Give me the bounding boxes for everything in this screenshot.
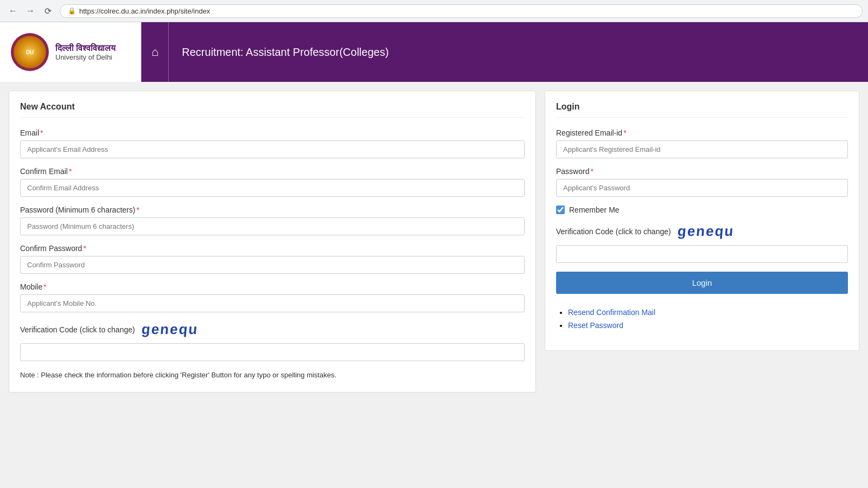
remember-me-row: Remember Me bbox=[556, 206, 848, 214]
url-input[interactable] bbox=[79, 7, 854, 15]
remember-me-checkbox[interactable] bbox=[556, 206, 565, 214]
captcha-input[interactable] bbox=[20, 343, 525, 361]
mobile-label: Mobile* bbox=[20, 282, 525, 291]
captcha-row: Verification Code (click to change) gene… bbox=[20, 321, 525, 338]
main-content: New Account Email* Confirm Email* Passwo… bbox=[0, 82, 868, 401]
browser-chrome: ← → ⟳ 🔒 bbox=[0, 0, 868, 22]
registration-note: Note : Please check the information befo… bbox=[20, 370, 525, 381]
nav-buttons: ← → ⟳ bbox=[5, 3, 55, 18]
new-account-title: New Account bbox=[20, 102, 525, 118]
page-header-title: Recruitment: Assistant Professor(College… bbox=[169, 46, 401, 59]
confirm-email-group: Confirm Email* bbox=[20, 167, 525, 197]
login-password-group: Password* bbox=[556, 167, 848, 197]
password-label: Password (Minimum 6 characters)* bbox=[20, 206, 525, 214]
mobile-input[interactable] bbox=[20, 294, 525, 312]
mobile-group: Mobile* bbox=[20, 282, 525, 312]
forward-button[interactable]: → bbox=[23, 3, 38, 18]
logo-section: DU दिल्ली विश्वविद्यालय University of De… bbox=[0, 22, 141, 82]
confirm-password-input[interactable] bbox=[20, 256, 525, 274]
logo-english-text: University of Delhi bbox=[55, 53, 116, 61]
email-group: Email* bbox=[20, 129, 525, 158]
back-button[interactable]: ← bbox=[5, 3, 21, 18]
login-links: Resend Confirmation Mail Reset Password bbox=[556, 303, 848, 339]
logo-text: दिल्ली विश्वविद्यालय University of Delhi bbox=[55, 43, 116, 61]
remember-me-label: Remember Me bbox=[569, 206, 620, 214]
reload-button[interactable]: ⟳ bbox=[40, 3, 55, 18]
resend-confirmation-link[interactable]: Resend Confirmation Mail bbox=[568, 308, 655, 317]
reset-password-link[interactable]: Reset Password bbox=[568, 321, 623, 330]
home-icon[interactable]: ⌂ bbox=[151, 45, 158, 59]
login-button[interactable]: Login bbox=[556, 272, 848, 294]
login-password-label: Password* bbox=[556, 167, 848, 176]
login-email-label: Registered Email-id* bbox=[556, 129, 848, 137]
captcha-image[interactable]: genequ bbox=[141, 321, 199, 338]
confirm-password-group: Confirm Password* bbox=[20, 244, 525, 274]
new-account-panel: New Account Email* Confirm Email* Passwo… bbox=[9, 91, 536, 393]
login-panel: Login Registered Email-id* Password* Rem… bbox=[545, 91, 859, 351]
home-button-section[interactable]: ⌂ bbox=[141, 22, 169, 82]
login-captcha-input[interactable] bbox=[556, 245, 848, 263]
password-input[interactable] bbox=[20, 217, 525, 235]
confirm-email-label: Confirm Email* bbox=[20, 167, 525, 176]
confirm-password-label: Confirm Password* bbox=[20, 244, 525, 253]
login-title: Login bbox=[556, 102, 848, 118]
address-bar[interactable]: 🔒 bbox=[60, 4, 863, 18]
confirm-email-input[interactable] bbox=[20, 179, 525, 197]
university-logo: DU bbox=[11, 33, 49, 71]
password-group: Password (Minimum 6 characters)* bbox=[20, 206, 525, 235]
logo-hindi-text: दिल्ली विश्वविद्यालय bbox=[55, 43, 116, 53]
login-captcha-row: Verification Code (click to change) gene… bbox=[556, 223, 848, 240]
new-account-captcha-group: Verification Code (click to change) gene… bbox=[20, 321, 525, 361]
email-input[interactable] bbox=[20, 140, 525, 158]
login-email-input[interactable] bbox=[556, 140, 848, 158]
du-logo-image: DU bbox=[14, 36, 46, 68]
login-captcha-group: Verification Code (click to change) gene… bbox=[556, 223, 848, 263]
login-captcha-image[interactable]: genequ bbox=[676, 223, 735, 240]
site-header: DU दिल्ली विश्वविद्यालय University of De… bbox=[0, 22, 868, 82]
lock-icon: 🔒 bbox=[68, 7, 76, 15]
login-captcha-label: Verification Code (click to change) bbox=[556, 227, 671, 236]
captcha-label: Verification Code (click to change) bbox=[20, 325, 135, 334]
login-email-group: Registered Email-id* bbox=[556, 129, 848, 158]
email-label: Email* bbox=[20, 129, 525, 137]
login-password-input[interactable] bbox=[556, 179, 848, 197]
